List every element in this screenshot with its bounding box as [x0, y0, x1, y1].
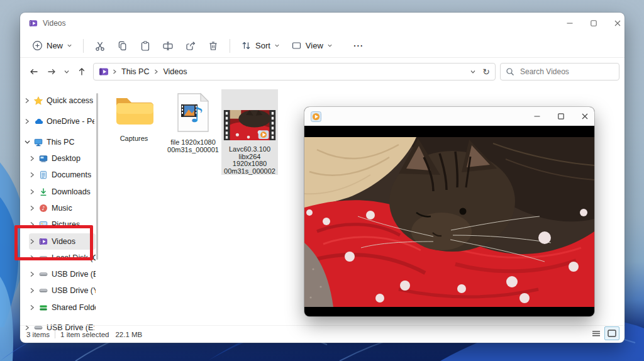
- trash-icon: [208, 40, 219, 52]
- sidebar-item-documents[interactable]: Documents: [29, 167, 96, 183]
- minimize-icon: [533, 113, 541, 120]
- status-selection: 1 item selected: [60, 331, 109, 338]
- share-icon: [185, 40, 196, 52]
- thumbnail-view-icon: [608, 330, 616, 337]
- close-icon: [614, 19, 621, 27]
- shared-folders-icon: [39, 303, 48, 312]
- details-view-toggle[interactable]: [589, 328, 603, 340]
- status-bar: 3 items 1 item selected 22.1 MB: [20, 325, 625, 343]
- up-icon: [77, 67, 87, 77]
- svg-text:♪: ♪: [42, 205, 45, 211]
- chevron-down-icon: [64, 69, 70, 75]
- chevron-down-icon: [274, 43, 280, 48]
- rename-button[interactable]: [157, 36, 179, 55]
- player-close-button[interactable]: [574, 107, 594, 126]
- chevron-right-icon: [111, 69, 118, 75]
- sidebar-item-label: USB Drive (Y:): [52, 286, 96, 295]
- chevron-right-icon[interactable]: [29, 304, 35, 311]
- minimize-button[interactable]: [558, 13, 582, 34]
- share-button[interactable]: [179, 36, 202, 55]
- play-overlay-icon: [258, 130, 269, 139]
- maximize-button[interactable]: [582, 13, 606, 34]
- player-maximize-button[interactable]: [550, 107, 572, 126]
- annotation-highlight-box: [14, 225, 93, 260]
- status-item-count: 3 items: [26, 331, 50, 338]
- up-button[interactable]: [73, 63, 91, 81]
- download-icon: [39, 187, 48, 196]
- player-minimize-button[interactable]: [526, 107, 548, 126]
- drive-icon: [39, 270, 48, 279]
- new-label: New: [47, 41, 63, 50]
- grid-view-icon: [291, 40, 302, 51]
- sidebar-item-this-pc[interactable]: This PC: [24, 134, 94, 150]
- sidebar-item-label: OneDrive - Pers: [47, 117, 94, 126]
- chevron-right-icon[interactable]: [29, 188, 35, 196]
- search-input[interactable]: [519, 67, 609, 77]
- chevron-down-icon[interactable]: [470, 69, 476, 75]
- explorer-titlebar[interactable]: Videos: [20, 13, 625, 34]
- chevron-right-icon[interactable]: [29, 270, 35, 278]
- chevron-down-icon[interactable]: [24, 138, 30, 146]
- breadcrumb-videos[interactable]: Videos: [162, 67, 188, 76]
- copy-icon: [117, 40, 128, 52]
- sort-label: Sort: [255, 41, 270, 50]
- toolbar-separator: [83, 39, 84, 53]
- sidebar-scrollbar[interactable]: [96, 93, 98, 260]
- file-tile-video-selected[interactable]: Lavc60.3.100 libx264 1920x1080 00m31s_00…: [221, 89, 278, 175]
- refresh-icon[interactable]: ↻: [482, 67, 490, 77]
- breadcrumb-this-pc[interactable]: This PC: [120, 67, 150, 76]
- search-box[interactable]: [500, 63, 619, 81]
- sidebar-item-shared-folders[interactable]: Shared Folders: [29, 299, 96, 316]
- toolbar-separator: [230, 39, 230, 53]
- sidebar-item-usb-drive-y[interactable]: USB Drive (Y:): [29, 282, 96, 299]
- sort-button[interactable]: Sort: [235, 36, 286, 55]
- sidebar-item-label: Music: [52, 204, 72, 213]
- chevron-right-icon[interactable]: [29, 204, 35, 212]
- status-size: 22.1 MB: [115, 331, 142, 338]
- forward-button[interactable]: [43, 63, 60, 81]
- sidebar-item-usb-drive-e[interactable]: USB Drive (E:): [29, 266, 96, 282]
- status-divider: [55, 331, 55, 338]
- view-button[interactable]: View: [286, 36, 338, 55]
- folder-icon: [113, 92, 155, 130]
- sidebar-item-desktop[interactable]: Desktop: [29, 150, 96, 167]
- search-icon: [506, 67, 514, 76]
- chevron-right-icon[interactable]: [29, 171, 35, 179]
- chevron-down-icon: [327, 43, 333, 48]
- video-player-window: [304, 107, 594, 316]
- thumbnail-view-toggle[interactable]: [604, 326, 619, 340]
- drive-icon: [39, 286, 48, 295]
- chevron-right-icon[interactable]: [29, 287, 35, 294]
- back-button[interactable]: [25, 63, 43, 81]
- sidebar-item-music[interactable]: ♪ Music: [29, 200, 96, 216]
- breadcrumb[interactable]: This PC Videos ↻: [93, 63, 496, 81]
- more-options-button[interactable]: ⋯: [347, 36, 370, 55]
- monitor-icon: [34, 138, 43, 147]
- more-icon: ⋯: [353, 40, 364, 52]
- file-tile-media-file[interactable]: ♪ file 1920x1080 00m31s_000001: [165, 92, 221, 153]
- delete-button[interactable]: [202, 36, 225, 55]
- cut-button[interactable]: [89, 36, 111, 55]
- close-button[interactable]: [606, 13, 630, 34]
- forward-icon: [47, 67, 57, 77]
- chevron-right-icon[interactable]: [24, 118, 30, 125]
- copy-button[interactable]: [111, 36, 134, 55]
- chevron-right-icon[interactable]: [29, 155, 35, 162]
- maximize-icon: [590, 19, 597, 27]
- view-label: View: [306, 41, 323, 50]
- file-tile-captures[interactable]: Captures: [106, 92, 162, 143]
- sidebar-item-quick-access[interactable]: Quick access: [24, 92, 94, 109]
- sort-arrows-icon: [241, 40, 252, 51]
- explorer-toolbar: New: [20, 34, 625, 58]
- minimize-icon: [566, 19, 574, 27]
- sidebar-item-label: This PC: [47, 138, 74, 147]
- sidebar-item-onedrive[interactable]: OneDrive - Pers: [24, 113, 94, 130]
- music-icon: ♪: [39, 204, 48, 213]
- video-frame-cat-on-red-blanket: [304, 137, 594, 307]
- back-icon: [29, 67, 39, 77]
- chevron-right-icon[interactable]: [24, 97, 30, 104]
- paste-button[interactable]: [134, 36, 157, 55]
- history-dropdown-button[interactable]: [60, 63, 73, 81]
- sidebar-item-downloads[interactable]: Downloads: [29, 184, 96, 200]
- new-button[interactable]: New: [26, 36, 78, 55]
